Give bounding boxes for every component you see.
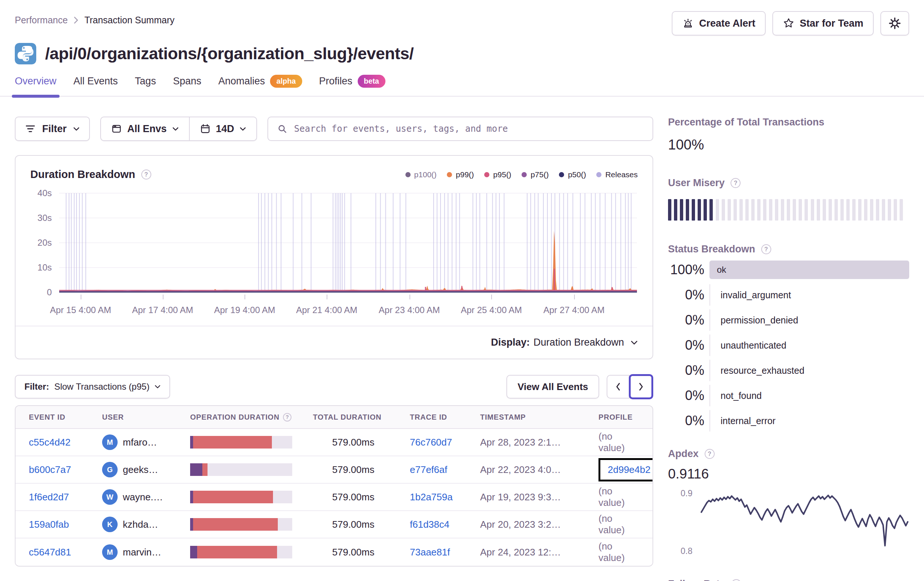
timestamp-cell: Apr 28, 2023 2:1… bbox=[480, 437, 599, 448]
avatar: M bbox=[102, 434, 118, 450]
trace-id-link[interactable]: f61d38c4 bbox=[410, 519, 449, 530]
y-axis-label: 30s bbox=[37, 213, 52, 223]
trace-id-link[interactable]: 73aae81f bbox=[410, 546, 450, 558]
trace-id-link[interactable]: 1b2a759a bbox=[410, 492, 453, 503]
duration-segment-purple bbox=[190, 518, 193, 531]
misery-tick bbox=[751, 199, 755, 220]
chevron-down-icon bbox=[172, 127, 179, 131]
tab-spans[interactable]: Spans bbox=[173, 75, 201, 96]
status-label: invalid_argument bbox=[721, 290, 791, 301]
event-id-link[interactable]: 1f6ed2d7 bbox=[29, 492, 69, 503]
x-axis-label: Apr 25 4:00 AM bbox=[461, 305, 522, 315]
breadcrumb: Performance Transaction Summary bbox=[15, 15, 175, 25]
event-id-link[interactable]: 159a0fab bbox=[29, 519, 69, 530]
legend-item-p50[interactable]: p50() bbox=[559, 170, 586, 179]
column-header-trace-id: TRACE ID bbox=[410, 413, 480, 422]
breadcrumb-performance[interactable]: Performance bbox=[15, 15, 68, 25]
event-id-link[interactable]: c5647d81 bbox=[29, 546, 71, 558]
total-duration-cell: 579.00ms bbox=[313, 519, 410, 530]
settings-button[interactable] bbox=[880, 11, 909, 36]
legend-item-p100[interactable]: p100() bbox=[406, 170, 437, 179]
filter-bar: Filter All Envs 14D bbox=[15, 117, 653, 141]
filter-lines-icon bbox=[25, 124, 36, 133]
table-body: c55c4d42Mmfaro…579.00ms76c760d7Apr 28, 2… bbox=[15, 429, 652, 566]
transactions-filter-value: Slow Transactions (p95) bbox=[54, 382, 149, 392]
star-for-team-label: Star for Team bbox=[800, 18, 863, 29]
duration-segment-purple bbox=[190, 436, 193, 449]
transactions-filter-dropdown[interactable]: Filter: Slow Transactions (p95) bbox=[15, 375, 170, 399]
top-bar: Performance Transaction Summary Create A… bbox=[0, 0, 924, 36]
tab-overview[interactable]: Overview bbox=[15, 75, 56, 96]
legend-dot-icon bbox=[521, 172, 527, 177]
column-header-user: USER bbox=[102, 413, 190, 422]
legend-item-Releases[interactable]: Releases bbox=[596, 170, 638, 179]
duration-segment-purple bbox=[190, 546, 197, 558]
status-label: permission_denied bbox=[721, 315, 798, 326]
help-icon[interactable]: ? bbox=[141, 169, 151, 179]
search-input[interactable] bbox=[294, 124, 644, 134]
display-dropdown[interactable]: Display: Duration Breakdown bbox=[15, 326, 652, 359]
chevron-down-icon bbox=[155, 385, 160, 389]
y-axis-label: 0 bbox=[47, 287, 52, 298]
legend-item-p99[interactable]: p99() bbox=[447, 170, 474, 179]
help-icon[interactable]: ? bbox=[731, 178, 741, 188]
apdex-value: 0.9116 bbox=[668, 466, 909, 482]
duration-chart[interactable]: 40s30s20s10s0 bbox=[59, 192, 637, 295]
misery-tick bbox=[870, 199, 873, 220]
help-icon[interactable]: ? bbox=[731, 579, 741, 581]
status-row-ok: 100%ok bbox=[668, 260, 909, 280]
column-header-total-duration: TOTAL DURATION bbox=[313, 413, 410, 422]
legend-item-p95[interactable]: p95() bbox=[484, 170, 511, 179]
total-duration-cell: 579.00ms bbox=[313, 492, 410, 503]
misery-tick bbox=[805, 199, 808, 220]
next-page-button[interactable] bbox=[629, 374, 653, 399]
misery-tick bbox=[775, 199, 778, 220]
create-alert-button[interactable]: Create Alert bbox=[672, 11, 766, 36]
user-misery-title: User Misery bbox=[668, 177, 724, 189]
legend-dot-icon bbox=[484, 172, 489, 177]
misery-tick bbox=[811, 199, 814, 220]
environment-dropdown[interactable]: All Envs bbox=[101, 117, 189, 140]
misery-tick bbox=[894, 199, 897, 220]
misery-tick bbox=[828, 199, 832, 220]
tab-anomalies[interactable]: Anomalies alpha bbox=[218, 75, 302, 96]
apdex-sparkline bbox=[700, 488, 909, 564]
event-id-link[interactable]: c55c4d42 bbox=[29, 437, 71, 448]
tab-bar: Overview All Events Tags Spans Anomalies… bbox=[0, 75, 924, 97]
transactions-filter-label: Filter: bbox=[25, 382, 49, 392]
help-icon[interactable]: ? bbox=[283, 413, 292, 422]
user-cell: Mmfaro… bbox=[102, 434, 190, 450]
tab-tags[interactable]: Tags bbox=[135, 75, 156, 96]
view-all-events-button[interactable]: View All Events bbox=[507, 375, 599, 399]
y-axis-label: 40s bbox=[37, 188, 52, 199]
star-for-team-button[interactable]: Star for Team bbox=[772, 11, 874, 36]
column-header-label: USER bbox=[102, 413, 124, 422]
page-header: /api/0/organizations/{organization_slug}… bbox=[0, 43, 924, 65]
trace-id-link[interactable]: 76c760d7 bbox=[410, 437, 452, 448]
event-id-link[interactable]: b600c7a7 bbox=[29, 464, 71, 475]
tab-profiles[interactable]: Profiles beta bbox=[319, 75, 385, 96]
legend-dot-icon bbox=[559, 172, 564, 177]
trace-id-cell: 76c760d7 bbox=[410, 437, 480, 448]
x-axis-tick bbox=[244, 295, 245, 300]
profile-link[interactable]: 2d99e4b2 bbox=[608, 464, 651, 475]
previous-page-button[interactable] bbox=[607, 375, 630, 399]
status-row-resource_exhausted: 0%resource_exhausted bbox=[668, 360, 909, 381]
misery-tick bbox=[781, 199, 784, 220]
table-row: b600c7a7Ggeeks…579.00mse77ef6afApr 22, 2… bbox=[15, 456, 652, 484]
misery-tick bbox=[888, 199, 891, 220]
column-header-label: TOTAL DURATION bbox=[313, 413, 381, 422]
tab-all-events[interactable]: All Events bbox=[74, 75, 118, 96]
misery-tick bbox=[787, 199, 790, 220]
help-icon[interactable]: ? bbox=[705, 449, 714, 459]
legend-item-p75[interactable]: p75() bbox=[521, 170, 549, 179]
filter-dropdown[interactable]: Filter bbox=[15, 117, 90, 141]
date-range-dropdown[interactable]: 14D bbox=[190, 117, 257, 140]
total-duration-cell: 579.00ms bbox=[313, 437, 410, 448]
status-zero-bar bbox=[710, 284, 710, 306]
help-icon[interactable]: ? bbox=[761, 244, 771, 254]
timestamp-cell: Apr 22, 2023 4:0… bbox=[480, 464, 599, 475]
legend-dot-icon bbox=[596, 172, 601, 177]
siren-icon bbox=[682, 17, 694, 29]
trace-id-link[interactable]: e77ef6af bbox=[410, 464, 447, 475]
